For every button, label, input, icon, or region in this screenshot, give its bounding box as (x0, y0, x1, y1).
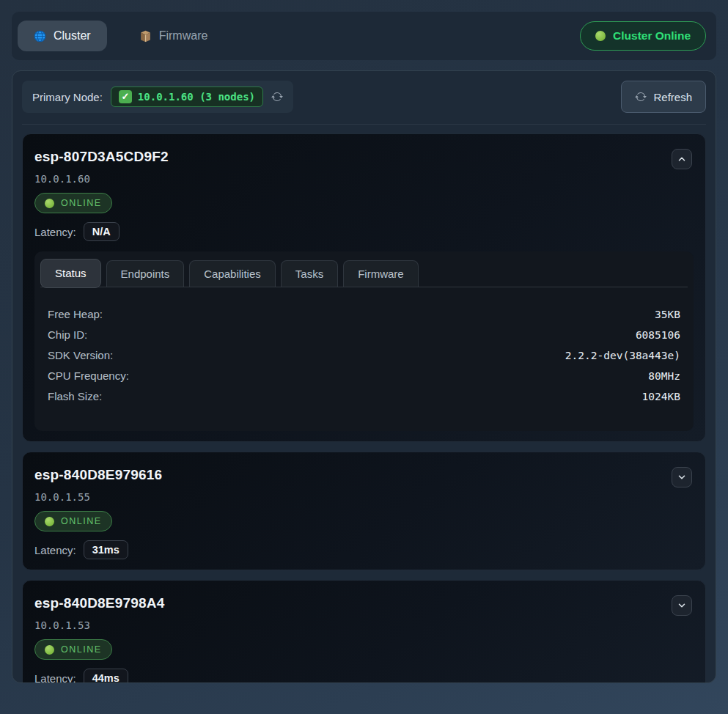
chevron-down-icon (677, 600, 687, 611)
detail-row: SDK Version: 2.2.2-dev(38a443e) (48, 349, 680, 361)
status-dot-icon (45, 517, 54, 526)
node-ip: 10.0.1.60 (34, 173, 694, 185)
detail-label: Free Heap: (48, 308, 103, 320)
detail-label: Chip ID: (48, 328, 87, 341)
nav-tab-firmware-label: Firmware (159, 29, 208, 43)
latency-row: Latency: N/A (34, 222, 694, 241)
latency-row: Latency: 44ms (34, 669, 694, 683)
expand-button[interactable] (672, 467, 692, 487)
latency-row: Latency: 31ms (34, 540, 694, 559)
node-status-label: ONLINE (61, 644, 102, 655)
collapse-button[interactable] (672, 149, 692, 169)
node-status-badge: ONLINE (34, 639, 112, 660)
globe-icon (34, 30, 46, 43)
primary-node-value: 10.0.1.60 (3 nodes) (138, 91, 255, 103)
tab-firmware[interactable]: Firmware (343, 260, 419, 287)
detail-label: SDK Version: (48, 349, 113, 361)
detail-value: 1024KB (642, 391, 680, 402)
node-card: esp-840D8E979616 10.0.1.55 ONLINE Latenc… (22, 452, 706, 570)
nav-tab-firmware[interactable]: Firmware (123, 21, 224, 51)
status-dot-icon (595, 31, 606, 41)
node-detail-panel: Status Endpoints Capabilities Tasks Firm… (34, 251, 694, 431)
detail-value: 80MHz (648, 370, 680, 382)
tab-capabilities[interactable]: Capabilities (189, 260, 276, 287)
latency-value: 31ms (84, 540, 128, 559)
node-tabs: Status Endpoints Capabilities Tasks Firm… (40, 259, 688, 287)
status-dot-icon (45, 645, 54, 655)
primary-node-label: Primary Node: (32, 91, 103, 103)
node-ip: 10.0.1.55 (34, 491, 694, 503)
node-status-label: ONLINE (61, 516, 102, 526)
expand-button[interactable] (672, 595, 692, 616)
detail-value: 35KB (655, 309, 680, 320)
nav-tab-cluster-label: Cluster (54, 29, 91, 43)
package-icon (139, 30, 152, 43)
node-name: esp-840D8E979616 (34, 467, 694, 483)
chevron-up-icon (677, 154, 687, 164)
detail-label: Flash Size: (48, 390, 102, 402)
cluster-status-badge: Cluster Online (580, 21, 706, 51)
latency-value: N/A (84, 222, 120, 241)
cluster-panel: Primary Node: ✓ 10.0.1.60 (3 nodes) Refr… (12, 70, 716, 683)
detail-row: Flash Size: 1024KB (48, 390, 680, 402)
tab-tasks[interactable]: Tasks (281, 260, 338, 287)
tab-status[interactable]: Status (40, 259, 101, 288)
cluster-status-label: Cluster Online (613, 29, 691, 43)
detail-row: Free Heap: 35KB (48, 308, 680, 320)
node-name: esp-807D3A5CD9F2 (34, 149, 694, 165)
node-ip: 10.0.1.53 (34, 619, 694, 631)
node-card: esp-807D3A5CD9F2 10.0.1.60 ONLINE Latenc… (22, 133, 706, 442)
latency-label: Latency: (34, 672, 76, 684)
detail-value: 2.2.2-dev(38a443e) (565, 350, 680, 361)
detail-value: 6085106 (636, 329, 680, 341)
primary-node-box: Primary Node: ✓ 10.0.1.60 (3 nodes) (22, 81, 293, 113)
check-icon: ✓ (119, 90, 132, 103)
status-dot-icon (45, 199, 54, 208)
detail-row: CPU Frequency: 80MHz (48, 369, 680, 382)
latency-label: Latency: (34, 226, 76, 238)
primary-node-value-pill: ✓ 10.0.1.60 (3 nodes) (111, 87, 263, 107)
toolbar-divider (22, 124, 706, 125)
node-status-badge: ONLINE (34, 511, 112, 531)
latency-label: Latency: (34, 544, 76, 556)
refresh-button[interactable]: Refresh (621, 81, 706, 113)
tab-endpoints[interactable]: Endpoints (106, 260, 185, 287)
toolbar: Primary Node: ✓ 10.0.1.60 (3 nodes) Refr… (22, 81, 706, 113)
chevron-down-icon (677, 472, 687, 482)
node-card: esp-840D8E9798A4 10.0.1.53 ONLINE Latenc… (22, 580, 706, 683)
refresh-icon (635, 91, 647, 103)
detail-label: CPU Frequency: (48, 369, 129, 382)
node-status-badge: ONLINE (34, 193, 112, 213)
status-details: Free Heap: 35KB Chip ID: 6085106 SDK Ver… (40, 287, 688, 402)
detail-row: Chip ID: 6085106 (48, 328, 680, 341)
latency-value: 44ms (84, 669, 128, 683)
sync-icon (271, 91, 283, 103)
nav-tab-cluster[interactable]: Cluster (18, 21, 107, 51)
top-nav-bar: Cluster Firmware Cluster Online (12, 12, 716, 60)
refresh-button-label: Refresh (653, 91, 692, 103)
node-name: esp-840D8E9798A4 (34, 595, 694, 611)
node-status-label: ONLINE (61, 198, 102, 208)
